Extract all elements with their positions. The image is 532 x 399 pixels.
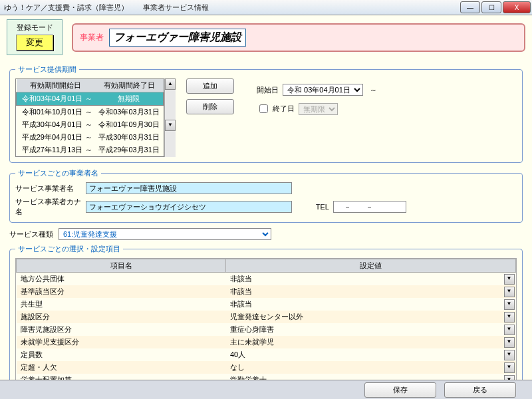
chevron-down-icon[interactable]: ▼ <box>504 299 515 310</box>
settings-value-select[interactable]: なし▼ <box>226 361 516 374</box>
chevron-down-icon[interactable]: ▼ <box>504 350 515 360</box>
periods-scrollbar[interactable]: ▲ ▼ <box>164 78 176 157</box>
service-type-row: サービス種類 61:児童発達支援 <box>9 228 523 240</box>
settings-col-value: 設定値 <box>226 259 516 273</box>
tel-label: TEL <box>296 203 329 211</box>
settings-row: 障害児施設区分重症心身障害▼ <box>17 323 516 336</box>
periods-table[interactable]: 有効期間開始日 有効期間終了日 令和03年04月01日 ～無期限令和01年10月… <box>15 78 164 157</box>
settings-value-select[interactable]: 40人▼ <box>226 348 516 361</box>
service-names-group: サービスごとの事業者名 サービス事業者名 サービス事業者カナ名 TEL <box>9 168 523 223</box>
settings-group: サービスごとの選択・設定項目 項目名 設定値 地方公共団体非該当▼基準該当区分非… <box>9 244 523 399</box>
end-date-check[interactable] <box>259 104 268 113</box>
settings-item: 障害児施設区分 <box>17 323 226 336</box>
svc-kana-label: サービス事業者カナ名 <box>15 197 82 217</box>
mode-value: 変更 <box>16 35 53 51</box>
settings-row: 共生型非該当▼ <box>17 298 516 311</box>
period-row[interactable]: 平成29年04月01日 ～平成30年03月31日 <box>17 131 164 144</box>
settings-table: 項目名 設定値 地方公共団体非該当▼基準該当区分非該当▼共生型非該当▼施設区分児… <box>16 259 516 399</box>
provider-box: 事業者 フォーエヴァー障害児施設 <box>72 23 525 52</box>
settings-value-select[interactable]: 非該当▼ <box>226 298 516 311</box>
provider-name: フォーエヴァー障害児施設 <box>109 29 246 47</box>
chevron-down-icon[interactable]: ▼ <box>504 274 515 285</box>
tel-input[interactable] <box>333 201 406 213</box>
mode-box: 登録モード 変更 <box>7 19 63 55</box>
period-row[interactable]: 平成27年11月13日 ～平成29年03月31日 <box>17 144 164 156</box>
start-date-select[interactable]: 令和 03年04月01日 <box>283 84 363 96</box>
settings-item: 地方公共団体 <box>17 273 226 286</box>
settings-col-item: 項目名 <box>17 259 226 273</box>
svc-name-label: サービス事業者名 <box>15 184 82 194</box>
settings-item: 基準該当区分 <box>17 285 226 298</box>
delete-button[interactable]: 削除 <box>186 99 234 114</box>
footer-bar: 保存 戻る <box>0 380 532 399</box>
settings-row: 定超・人欠なし▼ <box>17 361 516 374</box>
settings-legend: サービスごとの選択・設定項目 <box>15 244 123 254</box>
periods-legend: サービス提供期間 <box>15 65 79 74</box>
top-bar: 登録モード 変更 事業者 フォーエヴァー障害児施設 <box>0 15 532 62</box>
end-date-select: 無期限 <box>299 103 338 115</box>
start-date-label: 開始日 <box>257 85 279 95</box>
window-buttons: — ☐ X <box>459 1 531 13</box>
periods-group: サービス提供期間 有効期間開始日 有効期間終了日 令和03年04月01日 ～無期… <box>9 65 523 163</box>
settings-value-select[interactable]: 児童発達センター以外▼ <box>226 311 516 323</box>
settings-item: 定員数 <box>17 348 226 361</box>
chevron-down-icon[interactable]: ▼ <box>504 362 515 373</box>
settings-item: 定超・人欠 <box>17 361 226 374</box>
period-row[interactable]: 令和03年04月01日 ～無期限 <box>17 92 164 106</box>
period-row[interactable]: 令和01年10月01日 ～令和03年03月31日 <box>17 106 164 119</box>
chevron-down-icon[interactable]: ▼ <box>504 325 515 335</box>
period-row[interactable]: 平成30年04月01日 ～令和01年09月30日 <box>17 118 164 131</box>
service-names-legend: サービスごとの事業者名 <box>15 168 101 178</box>
settings-row: 施設区分児童発達センター以外▼ <box>17 311 516 323</box>
window-title: ゆう！ケア／支援費・請求（障害児） 事業者サービス情報 <box>0 3 459 13</box>
mode-label: 登録モード <box>10 23 59 33</box>
scroll-down-icon[interactable]: ▼ <box>165 120 176 131</box>
settings-value-select[interactable]: 重症心身障害▼ <box>226 323 516 336</box>
settings-row: 基準該当区分非該当▼ <box>17 285 516 298</box>
window-titlebar: ゆう！ケア／支援費・請求（障害児） 事業者サービス情報 — ☐ X <box>0 0 532 15</box>
settings-item: 施設区分 <box>17 311 226 323</box>
back-button[interactable]: 戻る <box>444 382 516 398</box>
settings-value-select[interactable]: 非該当▼ <box>226 273 516 286</box>
close-button[interactable]: X <box>503 1 531 13</box>
add-button[interactable]: 追加 <box>186 78 234 94</box>
settings-row: 定員数40人▼ <box>17 348 516 361</box>
service-type-select[interactable]: 61:児童発達支援 <box>59 228 271 240</box>
service-type-label: サービス種類 <box>9 229 53 239</box>
end-date-checkbox[interactable]: 終了日 <box>257 102 295 115</box>
periods-col-end: 有効期間終了日 <box>95 79 164 92</box>
periods-col-start: 有効期間開始日 <box>17 79 95 92</box>
maximize-button[interactable]: ☐ <box>481 1 501 13</box>
settings-value-select[interactable]: 主に未就学児▼ <box>226 336 516 348</box>
svc-name-input[interactable] <box>86 182 292 194</box>
chevron-down-icon[interactable]: ▼ <box>504 287 515 297</box>
tilde-icon: ～ <box>367 85 380 95</box>
settings-item: 未就学児支援区分 <box>17 336 226 348</box>
settings-row: 地方公共団体非該当▼ <box>17 273 516 286</box>
settings-item: 共生型 <box>17 298 226 311</box>
end-date-label: 終了日 <box>273 104 295 114</box>
save-button[interactable]: 保存 <box>364 382 436 398</box>
scroll-up-icon[interactable]: ▲ <box>165 78 176 90</box>
provider-label: 事業者 <box>80 32 104 43</box>
chevron-down-icon[interactable]: ▼ <box>504 312 515 323</box>
svc-kana-input[interactable] <box>86 201 292 213</box>
minimize-button[interactable]: — <box>460 1 480 13</box>
settings-row: 未就学児支援区分主に未就学児▼ <box>17 336 516 348</box>
settings-value-select[interactable]: 非該当▼ <box>226 285 516 298</box>
chevron-down-icon[interactable]: ▼ <box>504 337 515 348</box>
